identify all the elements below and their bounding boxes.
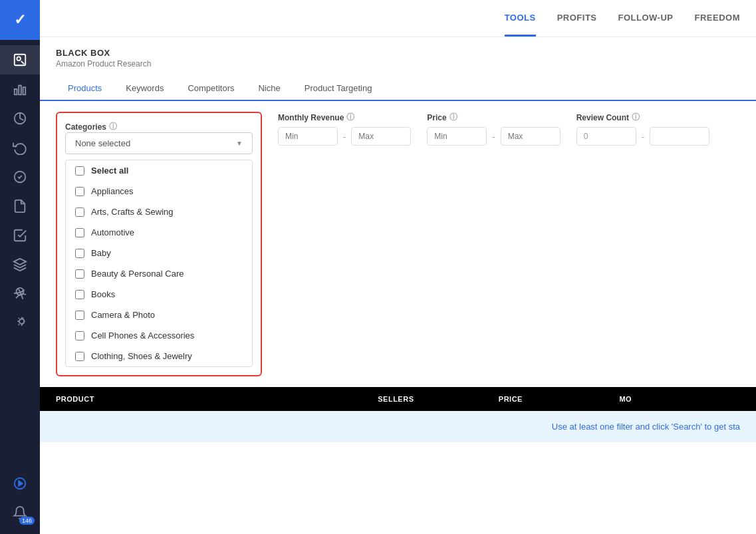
sidebar-item-search[interactable]	[0, 45, 40, 74]
category-checkbox-0[interactable]	[75, 166, 84, 176]
category-item-9[interactable]: Clothing, Shoes & Jewelry	[66, 346, 252, 366]
category-label-6: Books	[91, 289, 115, 299]
category-label-2: Arts, Crafts & Sewing	[91, 207, 174, 217]
tab-bar: Products Keywords Competitors Niche Prod…	[56, 76, 740, 100]
bar-chart-icon	[13, 82, 27, 96]
tab-niche[interactable]: Niche	[246, 76, 292, 101]
logo-icon: ✓	[14, 11, 26, 29]
circle-check-icon	[13, 170, 27, 184]
categories-help-icon[interactable]: ⓘ	[109, 121, 117, 132]
sidebar-item-sync[interactable]	[0, 133, 40, 162]
review-count-separator: -	[642, 132, 644, 142]
review-count-max[interactable]	[650, 127, 709, 146]
table-col-sellers: SELLERS	[378, 395, 499, 403]
sidebar-item-notifications[interactable]: 146	[0, 498, 40, 527]
sidebar-item-checklist[interactable]	[0, 221, 40, 250]
page-header: BLACK BOX Amazon Product Research Produc…	[40, 37, 756, 101]
svg-marker-8	[14, 259, 26, 265]
tab-product-targeting[interactable]: Product Targeting	[293, 76, 384, 101]
category-checkbox-8[interactable]	[75, 331, 84, 340]
category-checkbox-2[interactable]	[75, 207, 84, 217]
category-item-6[interactable]: Books	[66, 284, 252, 305]
price-help-icon[interactable]: ⓘ	[449, 112, 457, 123]
sidebar-item-play[interactable]	[0, 469, 40, 498]
sidebar: ✓	[0, 0, 40, 534]
play-icon	[13, 476, 27, 491]
category-item-7[interactable]: Camera & Photo	[66, 305, 252, 325]
categories-selected-text: None selected	[75, 138, 130, 148]
categories-label: Categories ⓘ	[65, 121, 253, 132]
svg-marker-12	[19, 481, 23, 485]
monthly-revenue-label: Monthly Revenue ⓘ	[278, 112, 411, 123]
page-subtitle: Amazon Product Research	[56, 59, 740, 68]
topnav-followup[interactable]: FOLLOW-UP	[618, 1, 674, 37]
categories-dropdown-button[interactable]: None selected ▼	[65, 132, 253, 154]
sidebar-item-document[interactable]	[0, 192, 40, 221]
range-separator: -	[343, 132, 346, 142]
table-col-price: PRICE	[499, 395, 620, 403]
category-item-1[interactable]: Appliances	[66, 181, 252, 201]
category-checkbox-1[interactable]	[75, 187, 84, 196]
tab-competitors[interactable]: Competitors	[176, 76, 246, 101]
category-label-1: Appliances	[91, 186, 134, 196]
category-item-2[interactable]: Arts, Crafts & Sewing	[66, 201, 252, 222]
top-navigation: TOOLS PROFITS FOLLOW-UP FREEDOM	[40, 0, 756, 37]
sidebar-item-check[interactable]	[0, 162, 40, 192]
category-checkbox-7[interactable]	[75, 311, 84, 320]
tab-keywords[interactable]: Keywords	[114, 76, 176, 101]
price-range-separator: -	[492, 132, 495, 142]
sidebar-item-badge[interactable]	[0, 279, 40, 309]
category-label-0: Select all	[91, 166, 128, 176]
main-content: TOOLS PROFITS FOLLOW-UP FREEDOM BLACK BO…	[40, 0, 756, 534]
layers-icon	[13, 257, 27, 272]
category-checkbox-6[interactable]	[75, 290, 84, 299]
category-item-0[interactable]: Select all	[66, 160, 252, 181]
category-item-5[interactable]: Beauty & Personal Care	[66, 263, 252, 284]
price-min[interactable]	[427, 127, 487, 146]
category-checkbox-3[interactable]	[75, 228, 84, 237]
page-title: BLACK BOX	[56, 48, 740, 58]
category-label-4: Baby	[91, 248, 111, 258]
category-item-8[interactable]: Cell Phones & Accessories	[66, 325, 252, 346]
topnav-freedom[interactable]: FREEDOM	[695, 1, 741, 37]
monthly-revenue-max[interactable]	[351, 127, 411, 146]
sidebar-item-chart[interactable]	[0, 74, 40, 104]
category-label-5: Beauty & Personal Care	[91, 269, 184, 279]
topnav-profits[interactable]: PROFITS	[557, 1, 597, 37]
filter-bar: Categories ⓘ None selected ▼ Select allA…	[40, 101, 756, 387]
review-count-label: Review Count ⓘ	[576, 112, 709, 123]
search-box-icon	[13, 53, 27, 67]
review-count-help-icon[interactable]: ⓘ	[632, 112, 640, 123]
svg-point-1	[17, 57, 21, 61]
category-checkbox-4[interactable]	[75, 249, 84, 258]
monthly-revenue-min[interactable]	[278, 127, 338, 146]
review-count-min[interactable]	[576, 127, 636, 146]
checklist-icon	[13, 228, 27, 243]
category-item-4[interactable]: Baby	[66, 243, 252, 263]
sync-icon	[13, 140, 27, 155]
category-item-3[interactable]: Automotive	[66, 222, 252, 243]
price-label: Price ⓘ	[427, 112, 560, 123]
svg-rect-5	[23, 87, 26, 94]
price-range: -	[427, 127, 560, 146]
tab-products[interactable]: Products	[56, 76, 114, 101]
price-max[interactable]	[501, 127, 561, 146]
svg-line-2	[21, 61, 25, 65]
table-col-product: PRODUCT	[56, 395, 378, 403]
sidebar-logo[interactable]: ✓	[0, 0, 40, 40]
svg-rect-3	[15, 89, 17, 94]
category-label-9: Clothing, Shoes & Jewelry	[91, 351, 192, 361]
magic-icon	[13, 316, 27, 331]
topnav-tools[interactable]: TOOLS	[505, 1, 536, 37]
sidebar-item-analytics[interactable]	[0, 104, 40, 133]
category-checkbox-9[interactable]	[75, 352, 84, 361]
category-checkbox-5[interactable]	[75, 269, 84, 279]
sidebar-item-layers[interactable]	[0, 250, 40, 279]
categories-dropdown-wrapper: Categories ⓘ None selected ▼ Select allA…	[56, 112, 262, 376]
category-label-8: Cell Phones & Accessories	[91, 331, 194, 340]
sidebar-item-wizard[interactable]	[0, 309, 40, 338]
review-count-range: -	[576, 127, 709, 146]
monthly-revenue-range: -	[278, 127, 411, 146]
svg-point-10	[19, 319, 24, 324]
monthly-revenue-help-icon[interactable]: ⓘ	[346, 112, 354, 123]
